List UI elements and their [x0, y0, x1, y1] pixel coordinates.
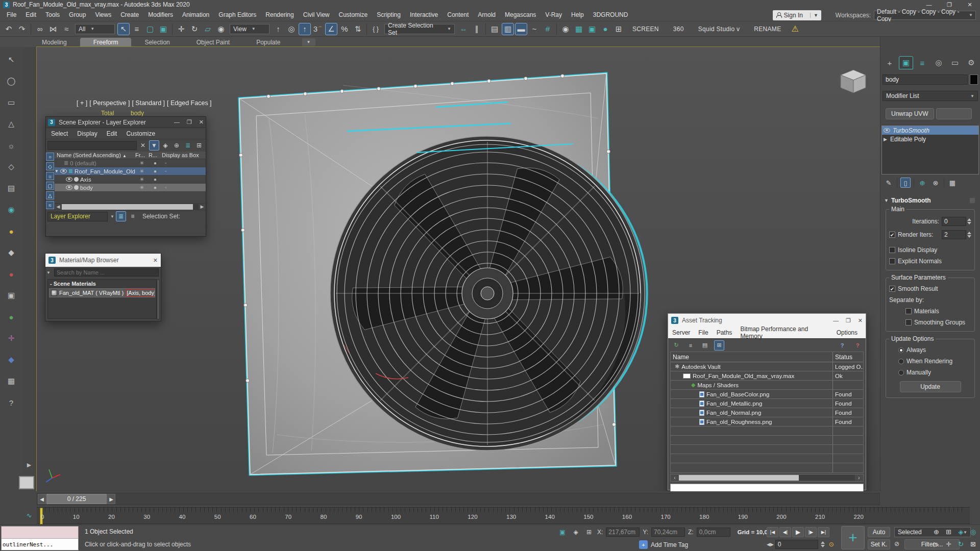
- modifier-list-dropdown[interactable]: Modifier List ▼: [883, 91, 978, 101]
- close-button[interactable]: ✕: [153, 257, 158, 264]
- workspace-dropdown[interactable]: Default - Copy - Copy - Copy - Copy ▼: [874, 11, 976, 20]
- time-slider[interactable]: ◀ 0 / 225 ▶: [37, 493, 880, 505]
- absolute-mode-icon[interactable]: ⊞: [584, 527, 594, 537]
- scrollbar-thumb[interactable]: [679, 475, 799, 481]
- left-toolbar-button[interactable]: ▤: [4, 181, 19, 196]
- rectangular-selection-button[interactable]: ▢: [144, 23, 156, 35]
- se-menu-display[interactable]: Display: [77, 130, 97, 137]
- viewport-menu-shading[interactable]: [ Standard ]: [132, 99, 165, 107]
- menu-create[interactable]: Create: [116, 9, 143, 21]
- explicit-normals-checkbox[interactable]: [889, 258, 895, 264]
- create-selection-set-dropdown[interactable]: Create Selection Set▼: [384, 24, 455, 34]
- chevron-down-icon[interactable]: ▼: [110, 214, 114, 219]
- object-name-field[interactable]: [883, 74, 968, 85]
- thumbnail-view-icon[interactable]: ▤: [700, 340, 710, 350]
- render-production-button[interactable]: ●: [599, 23, 611, 35]
- materials-checkbox[interactable]: [905, 308, 912, 314]
- menu-content[interactable]: Content: [443, 9, 473, 21]
- mirror-button[interactable]: ⇔: [457, 23, 470, 35]
- left-toolbar-button[interactable]: ◆: [4, 245, 19, 260]
- render-icon[interactable]: ●: [149, 185, 162, 190]
- set-keys-button[interactable]: +: [841, 526, 865, 549]
- selection-lock-icon[interactable]: ◈: [571, 527, 581, 537]
- menu-scripting[interactable]: Scripting: [372, 9, 405, 21]
- when-rendering-radio[interactable]: [898, 359, 904, 364]
- layer-row-roof-fan-module[interactable]: ▼≣Roof_Fan_Module_Old ✳ ● ▫: [55, 167, 206, 176]
- vertical-scrollbar[interactable]: [157, 280, 160, 319]
- previous-frame-button[interactable]: ◀|: [779, 527, 791, 537]
- scroll-right-icon[interactable]: ▶: [199, 204, 206, 209]
- material-item-fan-old-mat[interactable]: Fan_old_MAT ( VRayMtl ) [Axis, body]: [49, 288, 155, 297]
- left-toolbar-button[interactable]: ▭: [4, 95, 19, 110]
- chevron-down-icon[interactable]: ▼: [46, 270, 53, 275]
- custom-button-squid-studio[interactable]: Squid Studio v: [698, 26, 740, 33]
- layers-icon[interactable]: ≣: [183, 140, 193, 151]
- undo-button[interactable]: ↶: [3, 23, 15, 35]
- menu-3dground[interactable]: 3DGROUND: [589, 9, 633, 21]
- menu-vray[interactable]: V-Ray: [541, 9, 567, 21]
- filter-spacewarps-icon[interactable]: ≈: [46, 201, 54, 209]
- help-context-icon[interactable]: ?: [852, 340, 863, 350]
- modifier-visibility-eye-icon[interactable]: [884, 128, 890, 133]
- warning-icon[interactable]: ⚠: [791, 24, 798, 34]
- select-move-button[interactable]: ✛: [175, 23, 187, 35]
- menu-graph-editors[interactable]: Graph Editors: [214, 9, 261, 21]
- modifier-set-button[interactable]: [936, 108, 972, 119]
- menu-animation[interactable]: Animation: [178, 9, 214, 21]
- scene-explorer-titlebar[interactable]: 3 Scene Explorer - Layer Explorer — ❐ ✕: [46, 117, 206, 128]
- scene-explorer-column-headers[interactable]: Name (Sorted Ascending) ▲ Fr... R... Dis…: [55, 152, 206, 159]
- display-as-box-cell[interactable]: ▫: [162, 185, 206, 190]
- select-manipulate-button[interactable]: ◎: [285, 23, 298, 35]
- zoom-extents-all-button[interactable]: ◎: [967, 526, 979, 538]
- expand-arrow-icon[interactable]: ▼: [55, 169, 59, 173]
- configure-modifier-sets-button[interactable]: ▦: [947, 178, 958, 188]
- left-toolbar-button[interactable]: ↖: [4, 52, 19, 67]
- toggle-layer-explorer-button[interactable]: ▥: [502, 23, 514, 35]
- menu-arnold[interactable]: Arnold: [473, 9, 500, 21]
- table-row-empty[interactable]: [671, 427, 863, 436]
- select-link-button[interactable]: ∞: [34, 23, 46, 35]
- y-coordinate-field[interactable]: 70,24cm: [651, 528, 685, 537]
- scrollbar-thumb[interactable]: [62, 204, 193, 210]
- remove-modifier-button[interactable]: ⊗: [930, 178, 941, 188]
- search-input[interactable]: [47, 141, 137, 150]
- stack-item-editable-poly[interactable]: ▶ Editable Poly: [882, 135, 978, 143]
- menu-modifiers[interactable]: Modifiers: [143, 9, 178, 21]
- left-toolbar-button[interactable]: ☼: [4, 138, 19, 153]
- use-pivot-center-button[interactable]: ↑: [272, 23, 284, 35]
- clear-search-icon[interactable]: ✕: [138, 140, 148, 151]
- table-row[interactable]: Fan_old_Roughness.png Found: [671, 417, 863, 427]
- time-slider-thumb[interactable]: 0 / 225: [46, 494, 107, 504]
- window-crossing-button[interactable]: ▣: [157, 23, 169, 35]
- track-bar[interactable]: 01020 304050 607080 90100110 120130140 1…: [37, 507, 970, 524]
- smoothing-groups-checkbox[interactable]: [905, 319, 912, 325]
- left-toolbar-button[interactable]: ◆: [4, 352, 19, 367]
- left-toolbar-button[interactable]: ●: [4, 309, 19, 324]
- horizontal-scrollbar[interactable]: ‹ ›: [670, 474, 864, 482]
- key-filters-icon[interactable]: ⊘: [894, 540, 899, 547]
- render-icon[interactable]: ●: [149, 168, 162, 174]
- select-rotate-button[interactable]: ↻: [188, 23, 201, 35]
- make-unique-button[interactable]: ⊕: [917, 178, 927, 188]
- current-frame-field[interactable]: 0: [775, 540, 818, 549]
- left-toolbar-button[interactable]: ◯: [4, 73, 19, 89]
- menu-rendering[interactable]: Rendering: [261, 9, 298, 21]
- percent-snap-button[interactable]: %: [338, 23, 351, 35]
- expand-arrow-icon[interactable]: ▶: [884, 137, 888, 142]
- at-men-bitmap-performance[interactable]: Bitmap Performance and Memory: [740, 325, 828, 340]
- left-toolbar-button[interactable]: ▣: [4, 288, 19, 303]
- object-row-body[interactable]: body ✳ ● ▫: [55, 184, 206, 192]
- tab-freeform[interactable]: Freeform: [80, 38, 132, 47]
- menu-file[interactable]: File: [2, 9, 21, 21]
- pan-button[interactable]: ✛: [943, 538, 954, 550]
- x-coordinate-field[interactable]: 217,67cm: [606, 528, 640, 537]
- menu-group[interactable]: Group: [64, 9, 90, 21]
- isolate-selection-icon[interactable]: ▣: [557, 527, 568, 537]
- menu-megascans[interactable]: Megascans: [500, 9, 541, 21]
- table-row[interactable]: ◆Maps / Shaders: [671, 381, 863, 390]
- custom-button-360[interactable]: 360: [673, 26, 684, 33]
- ribbon-minimize-dropdown[interactable]: ▼: [302, 38, 315, 46]
- left-toolbar-button[interactable]: ●: [4, 266, 19, 282]
- go-to-start-button[interactable]: |◀: [767, 527, 778, 537]
- layer-row-default[interactable]: ≣0 (default) ✳ ● ▫: [55, 159, 206, 167]
